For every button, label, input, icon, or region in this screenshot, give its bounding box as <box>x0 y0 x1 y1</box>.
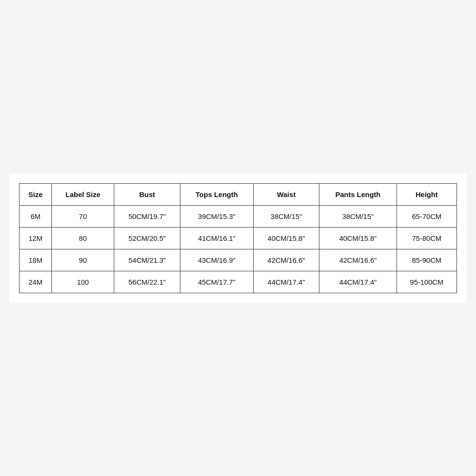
table-cell: 54CM/21.3" <box>114 249 180 271</box>
table-cell: 43CM/16.9" <box>180 249 253 271</box>
table-cell: 38CM/15" <box>253 205 319 227</box>
table-cell: 70 <box>52 205 114 227</box>
table-cell: 85-90CM <box>397 249 456 271</box>
table-cell: 12M <box>20 227 52 249</box>
table-cell: 52CM/20.5" <box>114 227 180 249</box>
table-cell: 56CM/22.1" <box>114 271 180 293</box>
table-row: 12M8052CM/20.5"41CM/16.1"40CM/15.8"40CM/… <box>20 227 457 249</box>
table-cell: 42CM/16.6" <box>253 249 319 271</box>
table-cell: 18M <box>20 249 52 271</box>
table-cell: 42CM/16.6" <box>319 249 397 271</box>
table-cell: 24M <box>20 271 52 293</box>
column-header-tops-length: Tops Length <box>180 183 253 205</box>
column-header-size: Size <box>20 183 52 205</box>
table-cell: 100 <box>52 271 114 293</box>
table-cell: 90 <box>52 249 114 271</box>
table-cell: 44CM/17.4" <box>253 271 319 293</box>
table-cell: 39CM/15.3" <box>180 205 253 227</box>
column-header-waist: Waist <box>253 183 319 205</box>
table-cell: 44CM/17.4" <box>319 271 397 293</box>
table-cell: 50CM/19.7" <box>114 205 180 227</box>
column-header-bust: Bust <box>114 183 180 205</box>
table-cell: 40CM/15.8" <box>253 227 319 249</box>
table-cell: 41CM/16.1" <box>180 227 253 249</box>
table-cell: 40CM/15.8" <box>319 227 397 249</box>
table-cell: 75-80CM <box>397 227 456 249</box>
column-header-label-size: Label Size <box>52 183 114 205</box>
table-cell: 95-100CM <box>397 271 456 293</box>
table-cell: 38CM/15" <box>319 205 397 227</box>
size-chart-container: SizeLabel SizeBustTops LengthWaistPants … <box>10 174 466 303</box>
table-cell: 6M <box>20 205 52 227</box>
table-row: 24M10056CM/22.1"45CM/17.7"44CM/17.4"44CM… <box>20 271 457 293</box>
column-header-pants-length: Pants Length <box>319 183 397 205</box>
size-chart-table: SizeLabel SizeBustTops LengthWaistPants … <box>19 183 457 293</box>
table-row: 6M7050CM/19.7"39CM/15.3"38CM/15"38CM/15"… <box>20 205 457 227</box>
table-cell: 65-70CM <box>397 205 456 227</box>
column-header-height: Height <box>397 183 456 205</box>
table-row: 18M9054CM/21.3"43CM/16.9"42CM/16.6"42CM/… <box>20 249 457 271</box>
table-header-row: SizeLabel SizeBustTops LengthWaistPants … <box>20 183 457 205</box>
table-cell: 45CM/17.7" <box>180 271 253 293</box>
table-cell: 80 <box>52 227 114 249</box>
